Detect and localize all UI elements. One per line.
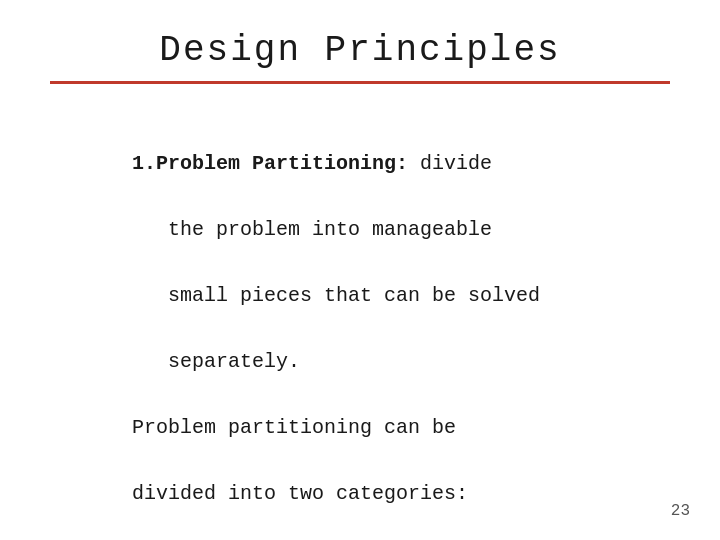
content-line6: divided into two categories:: [132, 482, 468, 505]
content-line2: the problem into manageable: [132, 218, 492, 241]
title-divider: [50, 81, 670, 84]
content-section: 1.Problem Partitioning: divide the probl…: [50, 114, 670, 540]
content-line4: separately.: [132, 350, 300, 373]
content-bold-label: 1.Problem Partitioning:: [132, 152, 408, 175]
slide-container: Design Principles 1.Problem Partitioning…: [0, 0, 720, 540]
content-body: 1.Problem Partitioning: divide the probl…: [60, 114, 670, 540]
slide-title: Design Principles: [159, 30, 560, 71]
title-section: Design Principles: [50, 30, 670, 104]
content-line1-rest: divide: [408, 152, 492, 175]
content-line3: small pieces that can be solved: [132, 284, 540, 307]
content-line5: Problem partitioning can be: [132, 416, 456, 439]
page-number: 23: [671, 502, 690, 520]
